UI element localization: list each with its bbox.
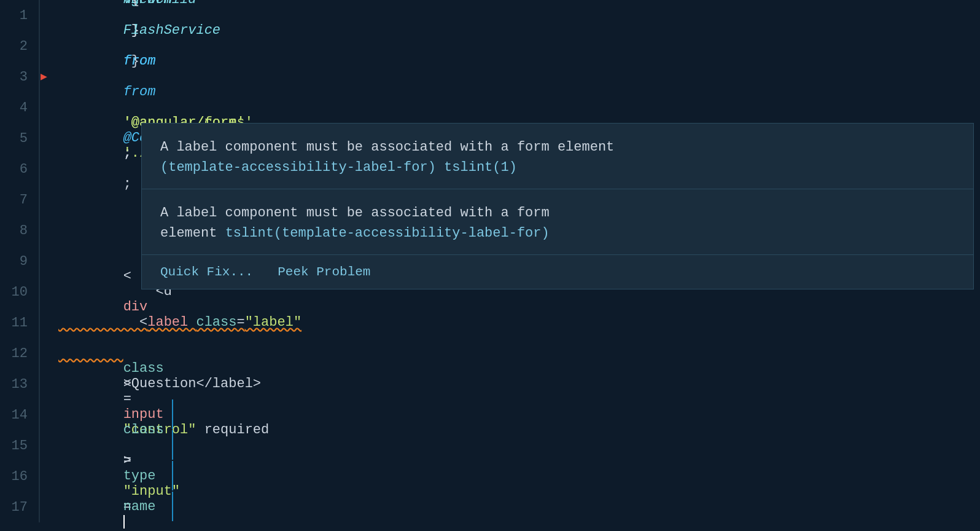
- line-number-7: 7: [0, 184, 40, 215]
- line-number-13: 13: [0, 369, 40, 399]
- line-number-8: 8: [0, 215, 40, 246]
- line-number-1: 1: [0, 0, 40, 31]
- quick-fix-button[interactable]: Quick Fix...: [160, 262, 253, 281]
- class-flashservice: FlashService: [123, 23, 220, 38]
- line-number-3: 3: [0, 61, 40, 92]
- code-editor: 1 import { Component , ViewChild } from …: [0, 0, 980, 531]
- line-number-12: 12: [0, 338, 40, 369]
- line-number-11: 11: [0, 307, 40, 338]
- tslint-number-1: tslint(1): [444, 160, 517, 175]
- line-number-2: 2: [0, 31, 40, 61]
- code-line-17: 17 name = "question": [0, 492, 980, 522]
- breakpoint-arrow-icon: ▶: [41, 61, 47, 92]
- line-number-9: 9: [0, 246, 40, 277]
- code-area: 1 import { Component , ViewChild } from …: [0, 0, 980, 531]
- tslint-ref-1: (template-accessibility-label-for): [160, 160, 436, 175]
- line-number-16: 16: [0, 461, 40, 492]
- tooltip-actions: Quick Fix... Peek Problem: [142, 255, 973, 289]
- tooltip-message-2: A label component must be associated wit…: [142, 189, 973, 255]
- code-line-3: 3 ▶ import { FlashService } from './flas…: [0, 61, 980, 92]
- line-number-5: 5: [0, 123, 40, 154]
- line-number-4: 4: [0, 92, 40, 123]
- line-number-10: 10: [0, 277, 40, 307]
- guide-line-17: [172, 492, 173, 521]
- line-number-14: 14: [0, 399, 40, 430]
- line-number-15: 15: [0, 430, 40, 461]
- peek-problem-button[interactable]: Peek Problem: [278, 262, 370, 281]
- line-content-17: name = "question": [40, 399, 204, 531]
- tooltip-message-1: A label component must be associated wit…: [142, 124, 973, 189]
- tooltip-popup: A label component must be associated wit…: [141, 123, 974, 289]
- line-number-6: 6: [0, 154, 40, 184]
- line-number-17: 17: [0, 492, 40, 522]
- tslint-ref-2: tslint(template-accessibility-label-for): [225, 226, 550, 241]
